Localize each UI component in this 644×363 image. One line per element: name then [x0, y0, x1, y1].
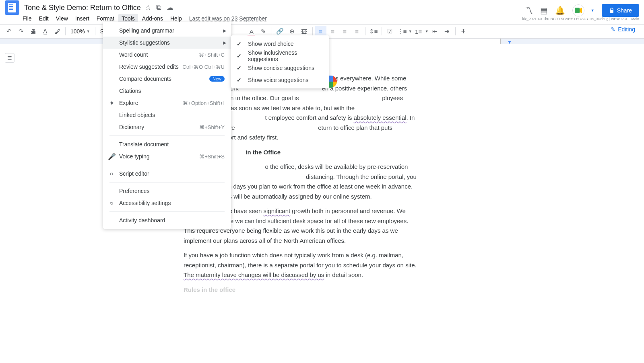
menu-edit[interactable]: Edit: [36, 14, 52, 23]
build-tag: kix_2021.40-Thu-RC00 SCARY LEGACY ua_0De…: [522, 17, 639, 21]
separator: [382, 27, 382, 35]
tools-item-explore[interactable]: ✦Explore⌘+Option+Shift+I: [103, 97, 231, 109]
tools-item-translate-document[interactable]: Translate document: [103, 138, 231, 150]
tools-item-review-suggested-edits[interactable]: Review suggested editsCtrl+⌘O Ctrl+⌘U: [103, 61, 231, 73]
doc-paragraph[interactable]: If you have a job function which does no…: [184, 250, 417, 280]
share-label: Share: [617, 7, 632, 14]
cloud-status-icon[interactable]: ☁: [166, 3, 173, 12]
separator: [65, 27, 66, 35]
separator: [109, 211, 225, 212]
paint-format-icon[interactable]: 🖌: [52, 26, 63, 37]
check-icon: ✓: [237, 53, 242, 59]
doc-heading[interactable]: Rules in the office: [184, 285, 417, 295]
menu-lead-icon: ⍝: [108, 199, 115, 207]
align-right-icon[interactable]: ≡: [339, 26, 351, 37]
menu-item-label: Voice typing: [119, 153, 150, 160]
separator: [95, 27, 95, 35]
separator: [109, 165, 225, 165]
menu-view[interactable]: View: [53, 14, 71, 23]
docs-logo-icon[interactable]: [5, 0, 19, 15]
tools-item-voice-typing[interactable]: 🎤Voice typing⌘+Shift+S: [103, 150, 231, 162]
comments-icon[interactable]: ▤: [540, 6, 548, 15]
tools-item-script-editor[interactable]: ‹›Script editor: [103, 168, 231, 180]
tools-item-linked-objects[interactable]: Linked objects: [103, 109, 231, 121]
align-justify-icon[interactable]: ≡: [351, 26, 363, 37]
check-icon: ✓: [237, 65, 242, 71]
menu-item-label: Word count: [119, 51, 148, 58]
submenu-label: Show concise suggestions: [248, 65, 314, 71]
zoom-select[interactable]: 100%▼: [68, 28, 93, 35]
separator: [109, 135, 225, 136]
lock-icon: [609, 8, 615, 13]
tab-marker-icon[interactable]: ▼: [507, 39, 512, 45]
activity-trend-icon[interactable]: 〽: [525, 6, 533, 15]
tools-item-word-count[interactable]: Word count⌘+Shift+C: [103, 49, 231, 61]
menu-item-label: Spelling and grammar: [119, 27, 174, 34]
tools-dropdown: Spelling and grammar▶Stylistic suggestio…: [103, 22, 231, 229]
menu-item-label: Citations: [119, 88, 141, 94]
tools-item-stylistic-suggestions[interactable]: Stylistic suggestions▶: [103, 37, 231, 49]
menu-lead-icon: ‹›: [108, 170, 115, 177]
document-title[interactable]: Tone & Style Demo: Return to Office: [24, 4, 141, 12]
align-center-icon[interactable]: ≡: [327, 26, 339, 37]
pencil-icon: ✎: [611, 26, 615, 33]
check-icon: ✓: [237, 41, 242, 47]
decrease-indent-icon[interactable]: ⇤: [429, 26, 441, 37]
tools-item-citations[interactable]: Citations: [103, 85, 231, 97]
svg-marker-1: [580, 8, 582, 13]
separator: [365, 27, 365, 35]
submenu-item-show-voice-suggestions[interactable]: ✓Show voice suggestions: [231, 74, 329, 86]
submenu-item-show-inclusiveness-suggestions[interactable]: ✓Show inclusiveness suggestions: [231, 50, 329, 62]
move-icon[interactable]: ⧉: [156, 3, 161, 12]
tools-item-preferences[interactable]: Preferences: [103, 185, 231, 197]
menu-item-label: Activity dashboard: [119, 217, 165, 224]
submenu-arrow-icon: ▶: [223, 40, 226, 45]
separator: [109, 182, 225, 183]
checklist-icon[interactable]: ☑: [384, 26, 396, 37]
new-badge: New: [209, 76, 225, 82]
line-spacing-icon[interactable]: ⇕≡: [368, 26, 379, 37]
tools-item-accessibility-settings[interactable]: ⍝Accessibility settings: [103, 197, 231, 209]
stylistic-submenu: ✓Show word choice✓Show inclusiveness sug…: [231, 35, 329, 88]
keyboard-shortcut: ⌘+Option+Shift+I: [183, 100, 225, 106]
tools-item-dictionary[interactable]: Dictionary⌘+Shift+Y: [103, 121, 231, 133]
bulleted-list-icon[interactable]: ⋮≡: [396, 26, 408, 37]
redo-icon[interactable]: ↷: [15, 26, 27, 37]
submenu-item-show-concise-suggestions[interactable]: ✓Show concise suggestions: [231, 62, 329, 74]
menu-item-label: Script editor: [119, 170, 149, 177]
submenu-label: Show inclusiveness suggestions: [248, 49, 322, 62]
editing-mode-button[interactable]: ✎ Editing: [607, 25, 639, 34]
meet-icon[interactable]: [572, 4, 584, 16]
keyboard-shortcut: ⌘+Shift+Y: [199, 124, 225, 130]
check-icon: ✓: [237, 77, 242, 83]
outline-toggle-icon[interactable]: ☰: [5, 53, 14, 63]
submenu-item-show-word-choice[interactable]: ✓Show word choice: [231, 38, 329, 50]
star-icon[interactable]: ☆: [145, 3, 151, 12]
tools-item-compare-documents[interactable]: Compare documentsNew: [103, 73, 231, 85]
submenu-label: Show voice suggestions: [248, 77, 308, 83]
numbered-list-icon[interactable]: 1≡: [413, 26, 424, 37]
tools-item-activity-dashboard[interactable]: Activity dashboard: [103, 214, 231, 226]
increase-indent-icon[interactable]: ⇥: [442, 26, 453, 37]
menu-insert[interactable]: Insert: [72, 14, 93, 23]
bulleted-list-dropdown-icon[interactable]: ▼: [409, 29, 412, 33]
menu-file[interactable]: File: [19, 14, 35, 23]
print-icon[interactable]: 🖶: [27, 26, 39, 37]
numbered-list-dropdown-icon[interactable]: ▼: [425, 29, 429, 33]
menu-item-label: Compare documents: [119, 76, 171, 82]
tools-item-spelling-and-grammar[interactable]: Spelling and grammar▶: [103, 25, 231, 37]
spellcheck-icon[interactable]: A̲: [39, 26, 51, 37]
menu-item-label: Stylistic suggestions: [119, 39, 170, 46]
separator: [455, 27, 456, 35]
share-button[interactable]: Share: [602, 4, 639, 17]
last-edit-link[interactable]: Last edit was on 23 September: [189, 15, 267, 22]
menu-item-label: Explore: [119, 100, 138, 106]
meet-dropdown-icon[interactable]: ▼: [591, 8, 594, 12]
notifications-icon[interactable]: 🔔: [555, 6, 565, 15]
separator: [312, 27, 313, 35]
menu-item-label: Translate document: [119, 141, 169, 148]
clear-formatting-icon[interactable]: T̶: [458, 26, 469, 37]
submenu-label: Show word choice: [248, 41, 294, 47]
undo-icon[interactable]: ↶: [3, 26, 14, 37]
header-right: 〽 ▤ 🔔 ▼ Share: [525, 4, 639, 17]
